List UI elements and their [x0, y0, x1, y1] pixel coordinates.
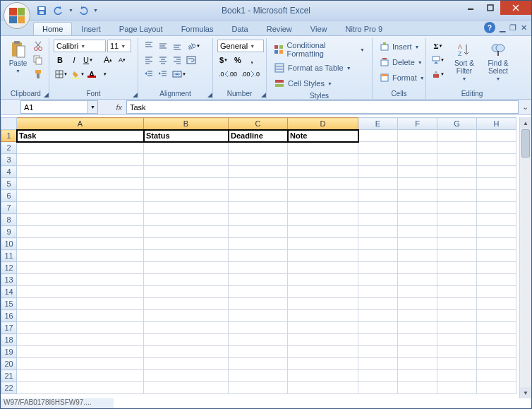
increase-decimal-button[interactable]: .0.00: [217, 68, 238, 81]
cell-F14[interactable]: [398, 286, 437, 298]
close-button[interactable]: [500, 1, 531, 15]
cell-E12[interactable]: [358, 262, 398, 274]
grow-font-button[interactable]: A▴: [102, 54, 114, 66]
cell-D8[interactable]: [288, 214, 358, 226]
cell-E19[interactable]: [358, 346, 398, 358]
office-button[interactable]: [4, 2, 30, 29]
cell-H20[interactable]: [477, 358, 516, 370]
cell-A17[interactable]: [17, 322, 144, 334]
cell-F12[interactable]: [398, 262, 437, 274]
cell-D16[interactable]: [288, 310, 358, 322]
worksheet-grid[interactable]: ABCDEFGH1TaskStatusDeadlineNote234567891…: [1, 117, 531, 398]
cell-H1[interactable]: [477, 130, 516, 142]
cell-H22[interactable]: [477, 382, 516, 394]
column-header-G[interactable]: G: [437, 118, 477, 130]
cell-B20[interactable]: [144, 358, 229, 370]
cell-H18[interactable]: [477, 334, 516, 346]
cell-H2[interactable]: [477, 142, 516, 154]
cell-G11[interactable]: [437, 250, 477, 262]
cell-G5[interactable]: [437, 178, 477, 190]
redo-button[interactable]: [76, 4, 90, 18]
cell-E4[interactable]: [358, 166, 398, 178]
cell-C5[interactable]: [229, 178, 288, 190]
cell-G8[interactable]: [437, 214, 477, 226]
cell-E22[interactable]: [358, 382, 398, 394]
cell-E2[interactable]: [358, 142, 398, 154]
cell-F20[interactable]: [398, 358, 437, 370]
cell-B8[interactable]: [144, 214, 229, 226]
shrink-font-button[interactable]: A▾: [116, 54, 128, 66]
cell-E5[interactable]: [358, 178, 398, 190]
select-all-corner[interactable]: [1, 118, 17, 130]
row-header-8[interactable]: 8: [1, 214, 17, 226]
cell-A10[interactable]: [17, 238, 144, 250]
cell-A18[interactable]: [17, 334, 144, 346]
align-center-button[interactable]: [157, 54, 169, 66]
fill-color-button[interactable]: ▼: [71, 68, 86, 81]
cell-F6[interactable]: [398, 190, 437, 202]
cell-A5[interactable]: [17, 178, 144, 190]
cell-H9[interactable]: [477, 226, 516, 238]
cell-A13[interactable]: [17, 274, 144, 286]
cell-E1[interactable]: [358, 130, 398, 142]
cell-A22[interactable]: [17, 382, 144, 394]
cell-H17[interactable]: [477, 322, 516, 334]
cell-A14[interactable]: [17, 286, 144, 298]
cell-F7[interactable]: [398, 202, 437, 214]
cell-E21[interactable]: [358, 370, 398, 382]
font-color-button[interactable]: A▼: [87, 68, 109, 81]
cell-E10[interactable]: [358, 238, 398, 250]
row-header-2[interactable]: 2: [1, 142, 17, 154]
cell-B16[interactable]: [144, 310, 229, 322]
autosum-button[interactable]: Σ▼: [430, 40, 446, 52]
increase-indent-button[interactable]: [157, 68, 169, 81]
cell-F13[interactable]: [398, 274, 437, 286]
cell-F15[interactable]: [398, 298, 437, 310]
bold-button[interactable]: B: [54, 54, 66, 66]
number-format-combo[interactable]: General▼: [217, 40, 264, 52]
name-box-dropdown[interactable]: ▼: [88, 100, 98, 114]
cell-F8[interactable]: [398, 214, 437, 226]
cell-B4[interactable]: [144, 166, 229, 178]
font-size-combo[interactable]: 11▼: [107, 40, 131, 52]
row-header-10[interactable]: 10: [1, 238, 17, 250]
cell-C6[interactable]: [229, 190, 288, 202]
cell-D5[interactable]: [288, 178, 358, 190]
cell-A15[interactable]: [17, 298, 144, 310]
cell-F1[interactable]: [398, 130, 437, 142]
row-header-11[interactable]: 11: [1, 250, 17, 262]
cut-button[interactable]: [32, 40, 44, 52]
cell-D2[interactable]: [288, 142, 358, 154]
cell-B7[interactable]: [144, 202, 229, 214]
cell-E3[interactable]: [358, 154, 398, 166]
font-name-combo[interactable]: Calibri▼: [54, 40, 106, 52]
cell-F5[interactable]: [398, 178, 437, 190]
column-header-D[interactable]: D: [288, 118, 358, 130]
cell-B14[interactable]: [144, 286, 229, 298]
cell-A12[interactable]: [17, 262, 144, 274]
cell-C14[interactable]: [229, 286, 288, 298]
tab-nitro-pro-9[interactable]: Nitro Pro 9: [336, 22, 392, 35]
cell-D12[interactable]: [288, 262, 358, 274]
minimize-button[interactable]: [461, 1, 480, 15]
cell-D18[interactable]: [288, 334, 358, 346]
cell-B3[interactable]: [144, 154, 229, 166]
sort-filter-button[interactable]: AZ Sort & Filter▼: [449, 40, 480, 83]
cell-G10[interactable]: [437, 238, 477, 250]
tab-insert[interactable]: Insert: [72, 22, 110, 35]
vertical-scrollbar[interactable]: ▲ ▼: [519, 117, 531, 398]
scroll-thumb[interactable]: [521, 129, 530, 158]
cell-F3[interactable]: [398, 154, 437, 166]
cell-B2[interactable]: [144, 142, 229, 154]
tab-home[interactable]: Home: [33, 22, 72, 35]
cell-E20[interactable]: [358, 358, 398, 370]
expand-formula-bar[interactable]: ⌄: [519, 102, 531, 112]
cell-A4[interactable]: [17, 166, 144, 178]
cell-F18[interactable]: [398, 334, 437, 346]
cell-C15[interactable]: [229, 298, 288, 310]
cell-H6[interactable]: [477, 190, 516, 202]
comma-button[interactable]: ,: [246, 54, 258, 66]
cell-F10[interactable]: [398, 238, 437, 250]
cell-A6[interactable]: [17, 190, 144, 202]
fill-button[interactable]: ▼: [430, 54, 446, 66]
